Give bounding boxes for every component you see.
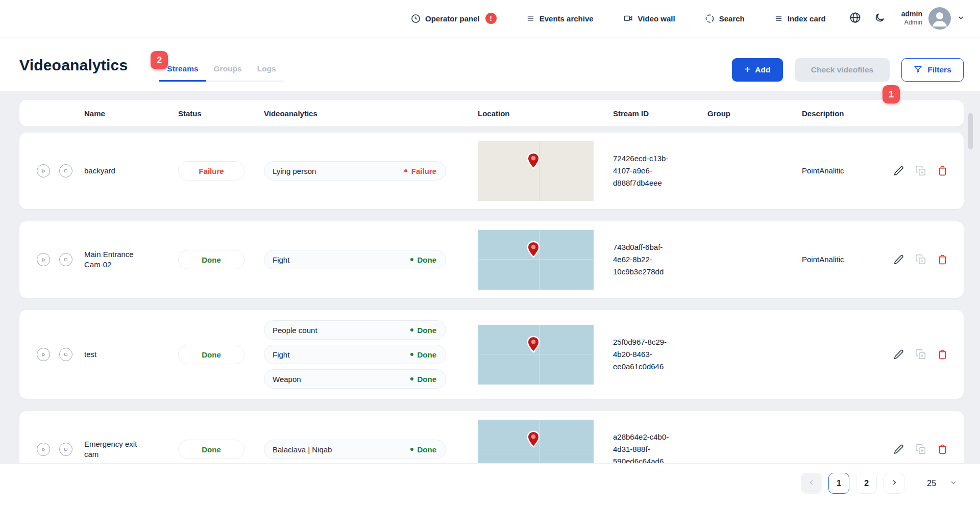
status-dot-icon [410, 353, 413, 356]
filters-button[interactable]: Filters 1 [901, 58, 964, 82]
nav-label: Index card [788, 14, 826, 23]
analytics-pill: Balaclava | NiqabDone [264, 440, 446, 459]
page-size-select[interactable]: 25 [916, 473, 965, 494]
moon-icon [874, 12, 885, 24]
row-name: Emergency exit cam [84, 439, 145, 460]
delete-button[interactable] [937, 254, 948, 265]
play-button[interactable] [37, 253, 50, 266]
tabs: 2 Streams Groups Logs [159, 64, 283, 82]
nav-label: Operator panel [425, 14, 480, 23]
top-nav: Operator panel ! Events archive Video wa… [0, 0, 980, 37]
edit-button[interactable] [893, 165, 904, 176]
status-dot-icon [410, 448, 413, 451]
analytics-state: Failure [404, 167, 436, 175]
pagination-page-2[interactable]: 2 [856, 473, 877, 494]
delete-button[interactable] [937, 444, 948, 455]
edit-button[interactable] [893, 349, 904, 360]
analytics-state-text: Done [418, 326, 437, 335]
location-map[interactable] [478, 420, 594, 464]
row-description: PointAnalitic [802, 255, 844, 264]
analytics-label: People count [273, 326, 317, 335]
status-pill: Done [178, 440, 244, 459]
row-name: Main Entrance Cam-02 [84, 249, 145, 270]
nav-events-archive[interactable]: Events archive [526, 14, 594, 23]
user-role: Admin [901, 19, 922, 27]
pagination-next-button[interactable] [884, 473, 904, 494]
analytics-list: People countDoneFightDoneWeaponDone [264, 320, 456, 389]
analytics-label: Lying person [273, 167, 316, 175]
vertical-scrollbar[interactable] [968, 113, 973, 149]
page-size-value: 25 [927, 478, 936, 488]
analytics-label: Fight [273, 350, 289, 359]
nav-label: Events archive [540, 14, 594, 23]
check-videofiles-button[interactable]: Check videofiles [795, 58, 890, 82]
avatar [928, 7, 951, 30]
list-icon [526, 14, 535, 23]
pagination: 1 2 25 [801, 473, 965, 494]
analytics-pill: Lying personFailure [264, 161, 446, 181]
user-menu[interactable]: admin Admin [901, 7, 965, 30]
nav-search[interactable]: Search [705, 14, 745, 23]
column-header-status: Status [167, 109, 257, 118]
stop-button[interactable] [59, 348, 72, 361]
analytics-state: Done [410, 326, 437, 335]
filters-count-badge: 1 [883, 85, 900, 104]
tab-groups[interactable]: Groups [206, 64, 250, 82]
page-header: Videoanalytics 2 Streams Groups Logs + A… [0, 37, 980, 91]
nav-video-wall[interactable]: Video wall [623, 14, 675, 23]
analytics-label: Fight [273, 256, 289, 264]
user-name: admin [901, 10, 922, 19]
status-dot-icon [410, 258, 413, 261]
analytics-state: Done [410, 375, 437, 384]
video-camera-icon [623, 14, 633, 23]
play-button[interactable] [37, 348, 50, 361]
analytics-list: FightDone [264, 250, 456, 269]
analytics-pill: WeaponDone [264, 369, 446, 389]
column-header-description: Description [795, 109, 874, 118]
chevron-down-icon [957, 14, 965, 23]
location-map[interactable] [478, 325, 594, 385]
globe-icon [849, 12, 861, 25]
analytics-state-text: Done [418, 256, 437, 264]
chevron-left-icon [807, 478, 816, 489]
filters-button-label: Filters [927, 65, 951, 74]
analytics-pill: People countDone [264, 320, 446, 340]
stop-button[interactable] [59, 443, 72, 456]
status-dot-icon [404, 169, 407, 172]
tab-logs[interactable]: Logs [250, 64, 284, 82]
column-header-location: Location [456, 109, 606, 118]
analytics-state: Done [410, 256, 437, 264]
nav-index-card[interactable]: Index card [774, 14, 826, 23]
page-title: Videoanalytics [19, 57, 128, 74]
clock-icon [411, 14, 421, 23]
duplicate-button[interactable] [915, 254, 926, 265]
duplicate-button[interactable] [915, 165, 926, 176]
funnel-icon [914, 65, 922, 75]
table-row: test Done People countDoneFightDoneWeapo… [19, 310, 964, 399]
row-stream-id: 743d0aff-6baf-4e62-8b22-10c9b3e278dd [613, 241, 674, 278]
stop-button[interactable] [59, 253, 72, 266]
location-map[interactable] [478, 230, 594, 290]
pagination-page-1[interactable]: 1 [828, 473, 849, 494]
nav-label: Video wall [638, 14, 675, 23]
table-row: backyard Failure Lying personFailure 724… [19, 133, 964, 209]
location-map[interactable] [478, 141, 594, 201]
edit-button[interactable] [893, 254, 904, 265]
delete-button[interactable] [937, 349, 948, 360]
nav-operator-panel[interactable]: Operator panel ! [411, 13, 497, 24]
status-pill: Done [178, 250, 244, 269]
analytics-state-text: Done [418, 445, 437, 454]
duplicate-button[interactable] [915, 349, 926, 360]
add-button[interactable]: + Add [732, 58, 783, 82]
edit-button[interactable] [893, 444, 904, 455]
play-button[interactable] [37, 164, 50, 177]
language-globe-button[interactable] [849, 12, 861, 25]
stop-button[interactable] [59, 164, 72, 177]
delete-button[interactable] [937, 165, 948, 176]
status-dot-icon [410, 377, 413, 380]
play-button[interactable] [37, 443, 50, 456]
duplicate-button[interactable] [915, 444, 926, 455]
dark-mode-button[interactable] [874, 12, 885, 24]
pagination-prev-button[interactable] [801, 473, 822, 494]
row-stream-id: a28b64e2-c4b0-4d31-888f-590ed6c64ad6 [613, 431, 674, 463]
